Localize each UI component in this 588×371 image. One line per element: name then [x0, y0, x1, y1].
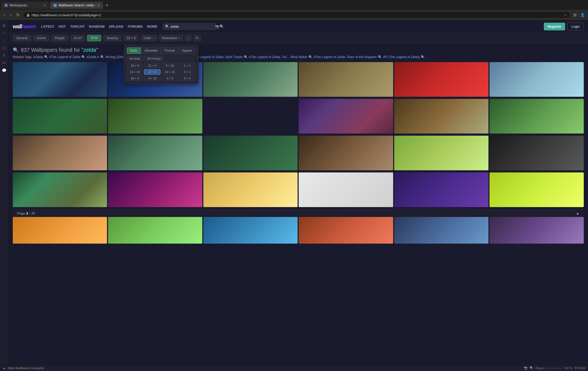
account-button[interactable]: 👤 — [579, 12, 586, 18]
wallpaper-item[interactable] — [203, 99, 298, 134]
wallpaper-item[interactable] — [394, 217, 488, 244]
search-input[interactable] — [170, 25, 215, 29]
wallpaper-item[interactable] — [394, 172, 488, 207]
tab-wallhaven[interactable]: W Wallhaven Search: zelda - ✕ — [50, 2, 103, 9]
res-tab-ultrawide[interactable]: Ultrawide — [141, 47, 161, 54]
res-tab-square[interactable]: Square — [178, 47, 196, 54]
res-option-48x9[interactable]: 48 × 9 — [127, 76, 143, 81]
collapse-page-button[interactable]: ▲ — [576, 211, 579, 215]
res-tab-wide[interactable]: Wide — [127, 47, 141, 54]
wallpaper-item[interactable] — [13, 62, 107, 97]
wallpaper-item[interactable] — [13, 99, 107, 134]
reload-button[interactable]: ↻ — [15, 11, 21, 19]
nav-forums[interactable]: Forums — [128, 25, 143, 29]
forward-button[interactable]: › — [8, 11, 13, 18]
wallpaper-item[interactable] — [108, 99, 202, 134]
tab-workspaces[interactable]: W Workspaces ✕ — [1, 2, 49, 9]
res-option-21x9[interactable]: 21 × 9 — [144, 63, 161, 68]
wallpaper-item[interactable] — [490, 172, 584, 207]
tab-workspaces-close[interactable]: ✕ — [43, 4, 46, 7]
site-logo[interactable]: wallhaven — [13, 23, 36, 30]
sidebar-workspaces[interactable]: ⊞ — [1, 22, 7, 29]
color-dropdown-button[interactable]: Color ~ — [141, 35, 157, 41]
wallpaper-item[interactable] — [108, 136, 202, 170]
tab-wallhaven-close[interactable]: ✕ — [97, 4, 100, 7]
tag-tears-kingdom[interactable]: #The Legend of Zelda: Tears of the Kingd… — [314, 55, 377, 59]
sidebar-chat[interactable]: 💬 — [1, 67, 7, 74]
wallpaper-item[interactable] — [108, 172, 202, 207]
filter-sketchy[interactable]: Sketchy — [103, 35, 122, 41]
sidebar-mail[interactable]: ✉ — [1, 60, 7, 66]
sidebar-bookmarks[interactable]: ☆ — [1, 30, 7, 36]
res-preset-all-wide[interactable]: All Wide — [127, 56, 143, 61]
wallpaper-item[interactable] — [13, 172, 107, 207]
wallpaper-item[interactable] — [490, 217, 584, 244]
wallpaper-item[interactable] — [490, 62, 584, 97]
tag-twilight[interactable]: #The Legend of Zelda: Twi... — [249, 55, 289, 59]
wallpaper-item[interactable] — [299, 172, 393, 207]
sidebar-downloads[interactable]: ↓ — [1, 37, 7, 44]
tag-zelda-a[interactable]: #Zelda A — [87, 55, 99, 59]
nav-more[interactable]: More — [147, 25, 157, 29]
nav-hot[interactable]: Hot — [59, 25, 66, 29]
sidebar-history[interactable]: ◷ — [1, 45, 7, 51]
nav-toplist[interactable]: Toplist — [70, 25, 85, 29]
sidebar-notes[interactable]: ✎ — [1, 52, 7, 59]
new-tab-button[interactable]: + — [104, 2, 110, 9]
wallpaper-item[interactable] — [299, 62, 393, 97]
relevance-dropdown-button[interactable]: Relevance ~ — [159, 35, 183, 41]
wallpaper-item[interactable] — [299, 136, 393, 170]
res-option-9x16[interactable]: 9 × 16 — [162, 63, 178, 68]
filter-people[interactable]: People — [51, 35, 68, 41]
res-option-1x1[interactable]: 1 × 1 — [179, 63, 196, 68]
filter-ai-art[interactable]: AI Art — [70, 35, 85, 41]
wallpaper-item[interactable] — [394, 136, 488, 170]
search-submit-button[interactable]: 🔍 — [220, 25, 224, 29]
wallpaper-item[interactable] — [299, 99, 393, 134]
res-preset-all-portrait[interactable]: All Portrait — [144, 56, 164, 61]
nav-random[interactable]: Random — [89, 25, 105, 29]
res-option-4x3[interactable]: 4 × 3 — [162, 76, 178, 81]
tag-kolog[interactable]: #Kolog (Zelda) — [105, 55, 126, 59]
tag-zelda[interactable]: #Zelda — [33, 55, 43, 59]
wallpaper-item[interactable] — [299, 217, 393, 244]
search-box[interactable]: 🔍 📷 🔍 — [163, 23, 216, 30]
wallpaper-item[interactable] — [203, 136, 298, 170]
tag-wind-waker[interactable]: Wind Waker — [290, 55, 307, 59]
sort-direction-button[interactable]: ↓ — [185, 35, 191, 41]
wallpaper-item[interactable] — [203, 217, 298, 244]
tag-fi[interactable]: #Fi (The Legend of Zelda) — [383, 55, 420, 59]
wallpaper-item[interactable] — [394, 99, 488, 134]
filter-anime[interactable]: Anime — [33, 35, 49, 41]
extensions-button[interactable]: ⊞ — [572, 12, 578, 18]
wallpaper-item[interactable] — [13, 136, 107, 170]
nav-latest[interactable]: Latest — [41, 25, 55, 29]
res-option-5x4[interactable]: 5 × 4 — [179, 76, 196, 81]
res-tab-portrait[interactable]: Portrait — [161, 47, 178, 54]
resolution-dropdown-button[interactable]: 32 × 9 — [124, 35, 139, 41]
refresh-button[interactable]: ↻ — [194, 35, 201, 41]
res-option-10x16[interactable]: 10 × 16 — [162, 69, 178, 75]
tag-spirit-tracks[interactable]: #The Legend of Zelda: Spirit Tracks — [192, 55, 242, 59]
wallpaper-item[interactable] — [203, 62, 298, 97]
nav-upload[interactable]: Upload — [109, 25, 124, 29]
bookmark-star[interactable]: ☆ — [564, 13, 567, 17]
res-option-16x10[interactable]: 16 × 10 — [127, 69, 143, 75]
camera-search-button[interactable]: 📷 — [215, 25, 220, 29]
wallpaper-item[interactable] — [490, 136, 584, 170]
wallpaper-item[interactable] — [13, 217, 107, 244]
res-option-16x9[interactable]: 16 × 9 — [127, 63, 143, 68]
wallpaper-item[interactable] — [108, 217, 202, 244]
tag-legend-of-zelda[interactable]: #The Legend of Zelda — [49, 55, 80, 59]
address-bar[interactable]: 🔒 https://wallhaven.cc/search?q=zelda&pa… — [23, 11, 571, 18]
login-button[interactable]: Login — [567, 23, 584, 30]
filter-sfw[interactable]: SFW — [87, 35, 101, 41]
res-option-9x18[interactable]: 9 × 18 — [144, 76, 161, 81]
res-option-32x9[interactable]: 32 × 9 — [144, 69, 161, 75]
wallpaper-item[interactable] — [203, 172, 298, 207]
wallpaper-item[interactable] — [490, 99, 584, 134]
back-button[interactable]: ‹ — [2, 11, 7, 18]
res-option-3x2[interactable]: 3 × 2 — [179, 69, 196, 75]
wallpaper-item[interactable] — [394, 62, 488, 97]
register-button[interactable]: Register — [544, 23, 565, 30]
